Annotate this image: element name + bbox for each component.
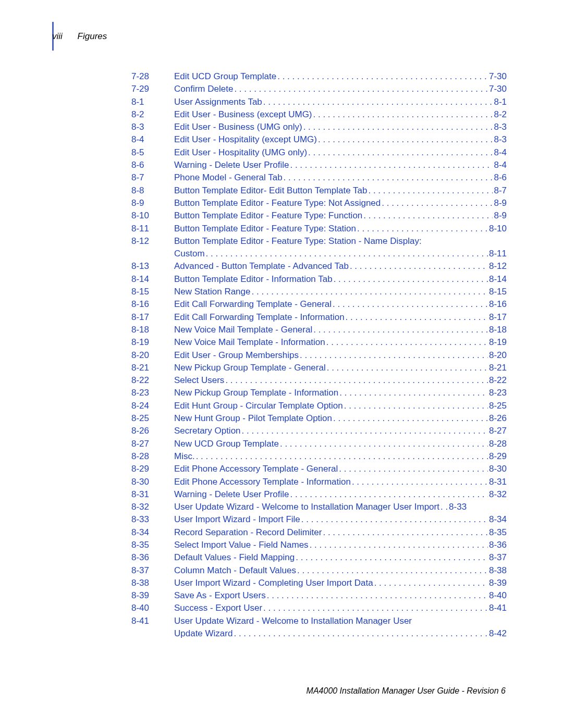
toc-link[interactable]: Secretary Option8-27: [174, 425, 507, 437]
toc-link[interactable]: Edit User - Hospitality (except UMG)8-3: [174, 133, 507, 146]
toc-link[interactable]: Button Template Editor - Feature Type: S…: [174, 223, 507, 235]
toc-link[interactable]: Select Import Value - Field Names8-36: [174, 539, 507, 551]
toc-link[interactable]: Button Template Editor - Feature Type: S…: [174, 235, 507, 248]
toc-link[interactable]: Confirm Delete7-30: [174, 83, 507, 95]
figure-title: New Voice Mail Template - Information: [174, 336, 325, 349]
figure-number: 8-34: [131, 526, 174, 539]
toc-link[interactable]: Record Separation - Record Delimiter8-35: [174, 526, 507, 539]
dot-leaders: [225, 374, 488, 383]
toc-link[interactable]: Default Values - Field Mapping8-37: [174, 551, 507, 564]
toc-link[interactable]: Button Template Editor - Feature Type: N…: [174, 197, 507, 209]
toc-link[interactable]: New Voice Mail Template - General8-18: [174, 324, 507, 336]
toc-link[interactable]: Edit User - Hospitality (UMG only)8-4: [174, 146, 507, 159]
figure-number: 8-13: [131, 260, 174, 273]
figure-title: Select Import Value - Field Names: [174, 539, 309, 551]
toc-link[interactable]: Phone Model - General Tab8-6: [174, 171, 507, 184]
toc-link[interactable]: Edit Call Forwarding Template - Informat…: [174, 311, 507, 324]
figures-toc: 7-28Edit UCD Group Template7-307-29Confi…: [131, 70, 507, 640]
toc-row: 8-39Save As - Export Users8-40: [131, 589, 507, 602]
page-ref: 8-4: [494, 146, 507, 159]
page-ref: 8-17: [489, 311, 507, 324]
toc-link[interactable]: Warning - Delete User Profile8-32: [174, 488, 507, 501]
figure-number: 8-31: [131, 488, 174, 501]
figure-number: 8-22: [131, 374, 174, 387]
toc-link[interactable]: New Station Range8-15: [174, 286, 507, 298]
toc-row: 8-5Edit User - Hospitality (UMG only)8-4: [131, 146, 507, 159]
figure-title: Edit User - Business (except UMG): [174, 108, 312, 121]
toc-row: 8-33User Import Wizard - Import File8-34: [131, 513, 507, 526]
toc-link[interactable]: Button Template Editor - Feature Type: F…: [174, 209, 507, 222]
dot-leaders: [327, 362, 488, 371]
figure-number: 8-29: [131, 463, 174, 475]
toc-row: 8-24Edit Hunt Group - Circular Template …: [131, 400, 507, 412]
page-ref: 8-39: [489, 577, 507, 589]
toc-link[interactable]: User Import Wizard - Completing User Imp…: [174, 577, 507, 589]
figure-title: Warning - Delete User Profile: [174, 488, 289, 501]
figure-title: Secretary Option: [174, 425, 241, 437]
toc-link[interactable]: Custom8-11: [174, 248, 507, 260]
page-ref: 8-34: [489, 513, 507, 526]
dot-leaders: [301, 513, 488, 522]
toc-link[interactable]: New Pickup Group Template - Information8…: [174, 387, 507, 399]
dot-leaders: [310, 539, 488, 548]
toc-link[interactable]: Success - Export User8-41: [174, 602, 507, 614]
toc-row: 8-9Button Template Editor - Feature Type…: [131, 197, 507, 209]
toc-link[interactable]: Edit User - Group Memberships8-20: [174, 349, 507, 362]
toc-link[interactable]: Update Wizard8-42: [174, 627, 507, 640]
toc-link[interactable]: New Voice Mail Template - Information8-1…: [174, 336, 507, 349]
dot-leaders: [251, 286, 487, 294]
toc-link[interactable]: Edit Phone Accessory Template - General8…: [174, 463, 507, 475]
toc-link[interactable]: Edit User - Business (except UMG)8-2: [174, 108, 507, 121]
page-ref: 8-10: [489, 223, 507, 235]
dot-leaders: [263, 602, 488, 611]
toc-link[interactable]: Column Match - Default Values8-38: [174, 564, 507, 577]
figure-number: 8-3: [131, 121, 174, 133]
page-ref: 8-7: [494, 184, 507, 197]
figure-number: 8-8: [131, 184, 174, 197]
toc-link[interactable]: Edit Phone Accessory Template - Informat…: [174, 476, 507, 488]
figure-number: 8-32: [131, 501, 174, 513]
page-ref: 8-41: [489, 602, 507, 614]
dot-leaders: [290, 159, 493, 168]
dot-leaders: [267, 589, 488, 598]
toc-link[interactable]: New UCD Group Template8-28: [174, 438, 507, 450]
toc-link[interactable]: Edit User - Business (UMG only)8-3: [174, 121, 507, 133]
toc-link[interactable]: Button Template Editor- Edit Button Temp…: [174, 184, 507, 197]
toc-link[interactable]: Button Template Editor - Information Tab…: [174, 273, 507, 286]
figure-title-continuation: Update Wizard: [174, 627, 232, 640]
toc-row: 8-11Button Template Editor - Feature Typ…: [131, 223, 507, 235]
toc-row: 8-4Edit User - Hospitality (except UMG)8…: [131, 133, 507, 146]
dot-leaders: [296, 551, 488, 560]
page-ref: 8-14: [489, 273, 507, 286]
toc-link[interactable]: Warning - Delete User Profile8-4: [174, 159, 507, 171]
figure-number: 8-18: [131, 324, 174, 336]
figure-title: New Voice Mail Template - General: [174, 324, 312, 336]
toc-row: 8-2Edit User - Business (except UMG)8-2: [131, 108, 507, 121]
figure-number: 8-11: [131, 223, 174, 235]
figure-title: Button Template Editor - Information Tab: [174, 273, 333, 286]
figure-number: 8-1: [131, 96, 174, 108]
figure-title: Edit Call Forwarding Template - Informat…: [174, 311, 345, 324]
page-ref: 8-31: [489, 476, 507, 488]
toc-link[interactable]: User Import Wizard - Import File8-34: [174, 513, 507, 526]
dot-leaders: [333, 412, 488, 421]
toc-link[interactable]: Misc.8-29: [174, 450, 507, 463]
dot-leaders: [339, 387, 488, 396]
figure-title: New Pickup Group Template - General: [174, 362, 326, 374]
figure-number: 8-2: [131, 108, 174, 121]
toc-link[interactable]: Edit Call Forwarding Template - General8…: [174, 298, 507, 311]
figure-number: 8-40: [131, 602, 174, 614]
toc-link[interactable]: Save As - Export Users8-40: [174, 589, 507, 602]
figure-number: 8-25: [131, 412, 174, 425]
page-ref: 8-6: [494, 171, 507, 184]
toc-link[interactable]: User Assignments Tab8-1: [174, 96, 507, 108]
toc-link[interactable]: Edit UCD Group Template7-30: [174, 70, 507, 83]
toc-link[interactable]: New Pickup Group Template - General8-21: [174, 362, 507, 374]
toc-link[interactable]: New Hunt Group - Pilot Template Option8-…: [174, 412, 507, 425]
toc-link[interactable]: User Update Wizard - Welcome to Installa…: [174, 615, 507, 627]
toc-row: 8-13Advanced - Button Template - Advance…: [131, 260, 507, 273]
toc-link[interactable]: Edit Hunt Group - Circular Template Opti…: [174, 400, 507, 412]
toc-link[interactable]: User Update Wizard - Welcome to Installa…: [174, 501, 507, 513]
toc-link[interactable]: Advanced - Button Template - Advanced Ta…: [174, 260, 507, 273]
toc-link[interactable]: Select Users8-22: [174, 374, 507, 387]
